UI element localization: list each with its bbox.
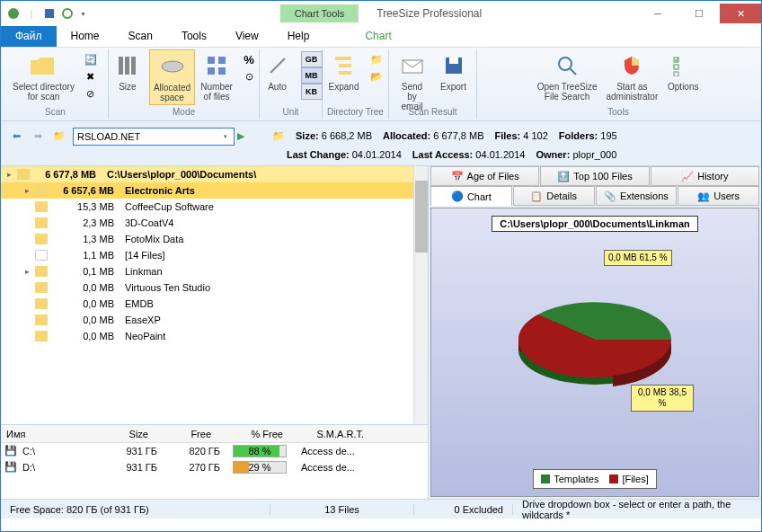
path-dropdown-icon[interactable]: ▾ (224, 133, 227, 140)
tree-name: FotoMix Data (125, 234, 428, 244)
tab-chart[interactable]: 🔵Chart (430, 186, 512, 206)
status-hint: Drive dropdown box - select or enter a p… (513, 499, 761, 520)
tree-row[interactable]: ▸6 657,6 MBElectronic Arts (1, 182, 428, 199)
tree-row[interactable]: 2,3 MB3D-CoatV4 (1, 215, 428, 231)
drive-icon: 💾 (4, 445, 19, 457)
file-search-button[interactable]: Open TreeSize File Search (534, 49, 601, 103)
menu-chart[interactable]: Chart (350, 26, 405, 47)
tree-row[interactable]: 1,3 MBFotoMix Data (1, 231, 428, 247)
tab-users[interactable]: 👥Users (678, 186, 759, 206)
auto-unit-button[interactable]: Auto (258, 49, 297, 93)
drive-row[interactable]: 💾D:\931 ГБ270 ГБ29 %Access de... (1, 459, 428, 475)
tree-size: 0,1 MB (51, 266, 121, 277)
tree-row[interactable]: 1,1 MB[14 Files] (1, 247, 428, 263)
file-icon (35, 250, 48, 261)
send-email-button[interactable]: Send by email (393, 49, 432, 113)
percent-icon[interactable]: % (240, 51, 258, 67)
close-button[interactable]: ✕ (720, 4, 761, 23)
main-area: ▸6 677,8 MBC:\Users\plopr_000\Documents\… (1, 166, 761, 499)
files-mode-button[interactable]: Number of files (197, 49, 236, 103)
tree-expand-icon[interactable]: ▸ (4, 170, 13, 179)
minimize-button[interactable]: ─ (637, 4, 678, 23)
tab-extensions[interactable]: 📎Extensions (596, 186, 678, 206)
tree-row[interactable]: ▸0,1 MBLinkman (1, 263, 428, 279)
qat-dropdown-icon[interactable]: ▼ (80, 11, 86, 17)
export-button[interactable]: Export (434, 49, 474, 93)
qat-refresh-icon[interactable] (60, 6, 75, 21)
refresh-icon[interactable]: 🔄 (82, 51, 100, 67)
svg-rect-7 (208, 57, 215, 64)
tree-size: 0,0 MB (51, 282, 121, 293)
tab-history[interactable]: 📈History (651, 166, 759, 186)
select-directory-button[interactable]: Select directory for scan (9, 49, 78, 103)
tree-row[interactable]: 0,0 MBEMDB (1, 296, 428, 312)
dirtree-extra2-icon[interactable]: 📂 (368, 68, 385, 84)
qat-save-icon[interactable] (42, 6, 57, 21)
statusbar: Free Space: 820 ГБ (of 931 ГБ) 13 Files … (1, 499, 761, 519)
menu-home[interactable]: Home (57, 26, 114, 47)
forward-button[interactable]: ➡ (30, 129, 46, 145)
mb-button[interactable]: MB (301, 67, 323, 84)
options-button[interactable]: Options (663, 49, 703, 93)
folder-icon (35, 201, 48, 212)
tree-name: C:\Users\plopr_000\Documents\ (107, 169, 428, 180)
status-freespace: Free Space: 820 ГБ (of 931 ГБ) (1, 504, 270, 515)
dirtree-extra1-icon[interactable]: 📁 (368, 51, 385, 67)
scrollbar-vertical[interactable] (413, 166, 428, 424)
tab-top100[interactable]: 🔝Top 100 Files (540, 166, 649, 186)
legend-color-files (609, 474, 618, 483)
back-button[interactable]: ⬅ (8, 129, 24, 145)
tree-view[interactable]: ▸6 677,8 MBC:\Users\plopr_000\Documents\… (1, 166, 428, 425)
go-button[interactable]: ▶ (233, 129, 249, 145)
tree-row[interactable]: 0,0 MBVirtuous Ten Studio (1, 279, 428, 296)
status-excluded: 0 Excluded (414, 504, 513, 515)
svg-rect-13 (339, 71, 351, 75)
disk-icon (158, 52, 187, 81)
tree-size: 1,3 MB (51, 234, 121, 244)
kb-button[interactable]: KB (301, 84, 323, 100)
search-icon (553, 51, 581, 80)
gb-button[interactable]: GB (301, 51, 323, 67)
menu-view[interactable]: View (221, 26, 273, 47)
drive-row[interactable]: 💾C:\931 ГБ820 ГБ88 %Access de... (1, 443, 428, 459)
tree-name: EMDB (125, 298, 428, 309)
tree-row[interactable]: 15,3 MBCoffeeCup Software (1, 199, 428, 215)
stop-icon[interactable]: ⊘ (82, 85, 100, 102)
tree-expand-icon[interactable]: ▸ (22, 267, 31, 276)
up-folder-icon[interactable]: 📁 (51, 129, 67, 145)
svg-rect-12 (339, 64, 351, 67)
allocated-mode-button[interactable]: Allocated space (149, 49, 195, 105)
pie-chart[interactable]: 0,0 MB 61,5 % 0,0 MB 38,5 % (496, 250, 694, 412)
menu-tools[interactable]: Tools (167, 26, 221, 47)
menu-file[interactable]: Файл (1, 26, 57, 47)
percent-bar: 88 % (233, 445, 287, 457)
path-input[interactable] (73, 128, 235, 146)
svg-rect-21 (674, 72, 678, 76)
size-mode-button[interactable]: Size (108, 49, 147, 93)
tree-size: 2,3 MB (51, 217, 121, 228)
percent-bar: 29 % (233, 461, 287, 474)
tree-row[interactable]: 0,0 MBEaseXP (1, 312, 428, 328)
bars-icon (113, 51, 142, 80)
right-panel: 📅Age of Files 🔝Top 100 Files 📈History 🔵C… (429, 166, 761, 499)
tab-details[interactable]: 📋Details (513, 186, 595, 206)
expand-button[interactable]: Expand (324, 49, 364, 93)
tree-size: 0,0 MB (51, 331, 121, 341)
remove-scan-icon[interactable]: ✖ (82, 68, 100, 84)
tree-expand-icon[interactable]: ▸ (22, 186, 31, 195)
chart-label-1: 0,0 MB 61,5 % (604, 250, 672, 266)
maximize-button[interactable]: ☐ (678, 4, 720, 23)
tree-name: EaseXP (125, 315, 428, 325)
admin-button[interactable]: Start as administrator (602, 49, 661, 103)
svg-point-6 (162, 61, 183, 72)
folder-icon (35, 266, 48, 277)
tab-age[interactable]: 📅Age of Files (430, 166, 539, 186)
qat-sep: | (24, 6, 39, 21)
menu-scan[interactable]: Scan (114, 26, 167, 47)
tree-row[interactable]: ▸6 677,8 MBC:\Users\plopr_000\Documents\ (1, 166, 428, 182)
tree-row[interactable]: 0,0 MBNeoPaint (1, 328, 428, 344)
svg-rect-9 (208, 67, 215, 75)
save-icon (439, 51, 468, 80)
menu-help[interactable]: Help (273, 26, 324, 47)
mode-extra-icon[interactable]: ⊙ (240, 68, 258, 84)
